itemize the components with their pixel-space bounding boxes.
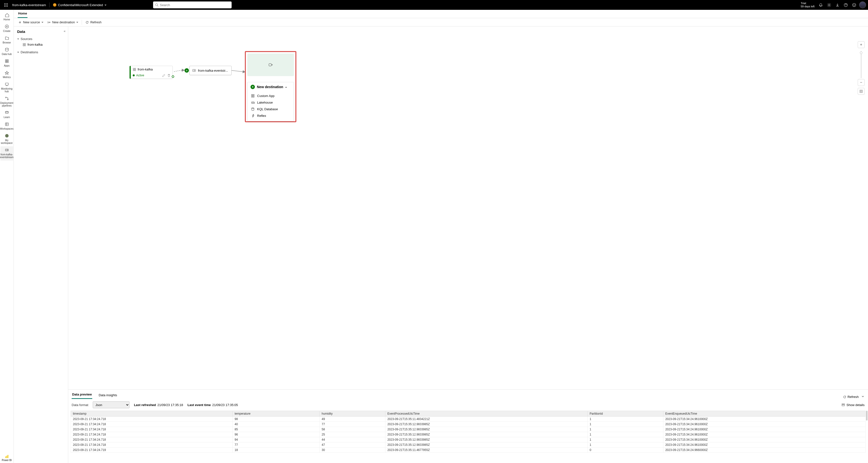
dest-option-lakehouse[interactable]: Lakehouse: [248, 99, 294, 106]
app-icon: [133, 68, 136, 71]
new-source-button[interactable]: New source: [16, 20, 45, 25]
rail-item-apps[interactable]: Apps: [0, 57, 13, 69]
table-row[interactable]: 2023-09-21 17:34:24.71877472023-09-21T15…: [71, 442, 866, 447]
col-temperature[interactable]: temperature: [232, 411, 320, 416]
zoom-slider[interactable]: [861, 51, 861, 78]
left-nav-rail: HomeCreateBrowseData hubAppsMetricsMonit…: [0, 10, 14, 463]
rail-item-metrics[interactable]: Metrics: [0, 69, 13, 81]
svg-rect-21: [7, 61, 8, 63]
rail-item-workspaces[interactable]: Workspaces: [0, 120, 13, 132]
data-format-label: Data format: [72, 403, 88, 407]
canvas-stream-node[interactable]: from-kafka-eventstr...: [189, 66, 231, 75]
breadcrumb-item-name: from-kafka-eventstream: [10, 3, 48, 7]
edit-icon[interactable]: [162, 74, 165, 77]
status-dot-icon: [133, 75, 135, 76]
new-destination-dropdown[interactable]: + New destination: [248, 82, 294, 92]
fit-to-screen-button[interactable]: [858, 88, 865, 95]
col-EventEnqueuedUtcTime[interactable]: EventEnqueuedUtcTime: [663, 411, 865, 416]
data-side-panel: Data « Sources from-kafka Destinations: [14, 27, 68, 463]
col-EventProcessedUtcTime[interactable]: EventProcessedUtcTime: [385, 411, 587, 416]
eventstream-icon: [192, 68, 196, 73]
app-launcher[interactable]: [2, 3, 10, 7]
table-row[interactable]: 2023-09-21 17:34:24.71898492023-09-21T15…: [71, 416, 866, 422]
col-humidity[interactable]: humidity: [320, 411, 385, 416]
table-row[interactable]: 2023-09-21 17:34:24.71918302023-09-21T15…: [71, 447, 866, 453]
group-destinations[interactable]: Destinations: [17, 49, 64, 55]
feedback-icon[interactable]: [850, 1, 858, 9]
show-details-button[interactable]: Show details: [841, 403, 865, 407]
shield-icon: 🛡: [53, 3, 56, 7]
source-node-status: Active: [136, 74, 144, 77]
svg-point-1: [6, 3, 6, 4]
dest-option-reflex[interactable]: Reflex: [248, 112, 294, 119]
zoom-out-button[interactable]: −: [858, 79, 865, 86]
table-row[interactable]: 2023-09-21 17:34:24.71885582023-09-21T15…: [71, 427, 866, 432]
user-avatar[interactable]: [859, 1, 866, 8]
rail-item-create[interactable]: Create: [0, 23, 13, 34]
dest-option-custom-app[interactable]: Custom App: [248, 92, 294, 99]
svg-point-4: [6, 5, 6, 5]
table-row[interactable]: 2023-09-21 17:34:24.71894442023-09-21T15…: [71, 437, 866, 442]
destination-dropzone[interactable]: [247, 54, 294, 76]
svg-rect-37: [133, 68, 134, 69]
svg-point-23: [5, 97, 6, 98]
svg-rect-29: [6, 456, 7, 458]
rail-item-monitoring[interactable]: Monitoring hub: [0, 81, 13, 95]
svg-rect-30: [8, 455, 8, 458]
search-input[interactable]: [160, 3, 229, 7]
col-timestamp[interactable]: timestamp: [71, 411, 232, 416]
data-preview-table: timestamptemperaturehumidityEventProcess…: [71, 411, 866, 453]
svg-rect-46: [253, 96, 254, 97]
new-destination-button[interactable]: New destination: [45, 20, 81, 25]
svg-point-5: [7, 5, 8, 5]
settings-icon[interactable]: [825, 1, 833, 9]
zoom-in-button[interactable]: +: [858, 41, 865, 48]
svg-point-13: [852, 3, 856, 7]
tab-data-insights[interactable]: Data insights: [98, 391, 118, 399]
eventstream-canvas[interactable]: + − from-kafk: [68, 27, 868, 389]
chevron-down-icon: [103, 3, 106, 7]
preview-refresh-button[interactable]: Refresh: [843, 395, 859, 399]
refresh-button[interactable]: Refresh: [84, 20, 103, 25]
confidentiality-label[interactable]: 🛡 Confidential\Microsoft Extended: [51, 3, 109, 7]
output-icon: [269, 63, 273, 67]
delete-icon[interactable]: [167, 74, 170, 77]
collapse-bottom-icon[interactable]: [861, 395, 865, 399]
rail-item-myws[interactable]: My workspace: [0, 132, 13, 146]
source-item-from-kafka[interactable]: from-kafka: [17, 42, 64, 48]
help-icon[interactable]: [841, 1, 850, 9]
table-row[interactable]: 2023-09-21 17:34:24.71896252023-09-21T15…: [71, 432, 866, 437]
data-format-select[interactable]: Json: [93, 401, 129, 408]
svg-point-15: [855, 4, 855, 5]
download-icon[interactable]: [833, 1, 841, 9]
global-search[interactable]: [153, 1, 231, 8]
table-row[interactable]: 2023-09-21 17:34:24.71840772023-09-21T15…: [71, 422, 866, 427]
tab-data-preview[interactable]: Data preview: [72, 390, 92, 399]
svg-rect-28: [5, 456, 6, 458]
rail-item-pipelines[interactable]: Deployment pipelines: [0, 95, 13, 109]
dest-option-kql-database[interactable]: KQL Database: [248, 106, 294, 112]
group-sources[interactable]: Sources: [17, 36, 64, 42]
svg-rect-40: [135, 69, 136, 70]
last-refreshed-label: Last refreshed: [134, 403, 156, 407]
table-scrollbar[interactable]: [866, 411, 868, 421]
notifications-icon[interactable]: [816, 1, 825, 9]
rail-powerbi[interactable]: Power BI: [0, 453, 13, 463]
output-port[interactable]: [172, 75, 174, 78]
svg-point-3: [4, 5, 5, 5]
rail-item-home[interactable]: Home: [0, 11, 13, 23]
plus-icon: +: [250, 85, 255, 89]
collapse-panel-icon[interactable]: «: [64, 29, 65, 33]
chevron-down-icon: [40, 20, 43, 24]
svg-line-10: [157, 6, 158, 7]
tab-home[interactable]: Home: [18, 10, 28, 18]
confidentiality-text: Confidential\Microsoft Extended: [58, 3, 103, 7]
rail-item-current[interactable]: from-kafka-eventstream: [0, 146, 13, 161]
col-PartitionId[interactable]: PartitionId: [588, 411, 663, 416]
rail-item-datahub[interactable]: Data hub: [0, 46, 13, 57]
canvas-source-node[interactable]: from-kafka Active: [129, 66, 173, 79]
rail-item-learn[interactable]: Learn: [0, 109, 13, 120]
add-node-button[interactable]: +: [185, 68, 189, 73]
source-node-title: from-kafka: [137, 67, 153, 71]
rail-item-browse[interactable]: Browse: [0, 34, 13, 46]
